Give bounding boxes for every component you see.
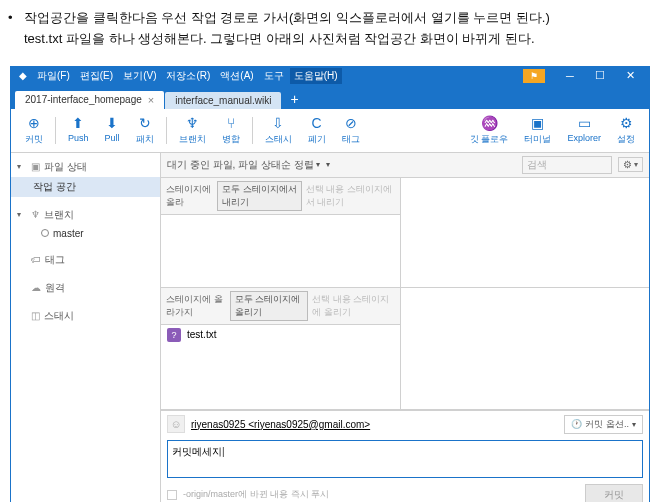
branch-button[interactable]: ♆브랜치 bbox=[171, 113, 214, 148]
menu-help[interactable]: 도움말(H) bbox=[290, 68, 342, 84]
chevron-down-icon: ▾ bbox=[634, 160, 638, 169]
minimize-button[interactable]: ─ bbox=[555, 67, 585, 85]
sort-dropdown[interactable]: 대기 중인 파일, 파일 상태순 정렬 bbox=[167, 158, 320, 172]
monitor-icon: ▣ bbox=[31, 161, 40, 172]
unstage-all-button[interactable]: 모두 스테이지에서 내리기 bbox=[217, 181, 302, 211]
intro-line1: 작업공간을 클릭한다음 우선 작업 경로로 가서(화면의 익스플로러에서 열기를… bbox=[24, 8, 661, 29]
chevron-down-icon: ▾ bbox=[17, 162, 27, 171]
push-immediately-checkbox[interactable] bbox=[167, 490, 177, 500]
commit-user[interactable]: riyenas0925 <riyenas0925@gmail.com> bbox=[191, 419, 370, 430]
repo-tabs: 2017-interface_homepage × interface_manu… bbox=[11, 85, 649, 109]
diff-pane-top bbox=[401, 178, 649, 287]
tab-label: 2017-interface_homepage bbox=[25, 94, 142, 105]
refresh-icon: ↻ bbox=[139, 115, 151, 131]
tab-label: interface_manual.wiki bbox=[175, 95, 271, 106]
menu-repo[interactable]: 저장소(R) bbox=[162, 68, 214, 84]
commit-submit-button[interactable]: 커밋 bbox=[585, 484, 643, 502]
staged-label: 스테이지에 올라 bbox=[166, 183, 213, 209]
diff-pane-bottom bbox=[401, 288, 649, 409]
circle-icon bbox=[41, 229, 49, 237]
tag-icon: 🏷 bbox=[31, 254, 41, 265]
unstaged-label: 스테이지에 올라가지 bbox=[166, 293, 226, 319]
stage-all-button[interactable]: 모두 스테이지에 올리기 bbox=[230, 291, 308, 321]
merge-button[interactable]: ⑂병합 bbox=[214, 113, 248, 148]
add-tab-button[interactable]: + bbox=[282, 89, 306, 109]
discard-icon: C bbox=[311, 115, 321, 131]
upload-icon: ⬆ bbox=[72, 115, 84, 131]
close-icon[interactable]: × bbox=[148, 94, 154, 106]
gear-icon: ⚙ bbox=[620, 115, 633, 131]
title-bar: 파일(F) 편집(E) 보기(V) 저장소(R) 액션(A) 도구 도움말(H)… bbox=[11, 67, 649, 85]
terminal-icon: ▣ bbox=[531, 115, 544, 131]
explorer-button[interactable]: ▭Explorer bbox=[559, 113, 609, 148]
file-name: test.txt bbox=[187, 329, 216, 340]
sidebar-tag-header[interactable]: 🏷태그 bbox=[11, 250, 160, 270]
stash-button[interactable]: ⇩스태시 bbox=[257, 113, 300, 148]
file-item[interactable]: ? test.txt bbox=[161, 325, 400, 345]
menu-action[interactable]: 액션(A) bbox=[216, 68, 257, 84]
maximize-button[interactable]: ☐ bbox=[585, 67, 615, 85]
stage-selected-button[interactable]: 선택 내용 스테이지에 올리기 bbox=[312, 293, 395, 319]
intro-line2: test.txt 파일을 하나 생성해본다. 그렇다면 아래의 사진처럼 작업공… bbox=[24, 29, 661, 50]
app-window: 파일(F) 편집(E) 보기(V) 저장소(R) 액션(A) 도구 도움말(H)… bbox=[10, 66, 650, 502]
commit-area: ☺ riyenas0925 <riyenas0925@gmail.com> 🕐커… bbox=[161, 410, 649, 502]
app-logo-icon bbox=[15, 68, 31, 84]
view-settings-button[interactable]: ⚙▾ bbox=[618, 157, 643, 172]
merge-icon: ⑂ bbox=[227, 115, 235, 131]
menu-tool[interactable]: 도구 bbox=[260, 68, 288, 84]
search-input[interactable]: 검색 bbox=[522, 156, 612, 174]
commit-button[interactable]: ⊕커밋 bbox=[17, 113, 51, 148]
branch-icon: ♆ bbox=[186, 115, 199, 131]
download-icon: ⬇ bbox=[106, 115, 118, 131]
push-button[interactable]: ⬆Push bbox=[60, 113, 97, 148]
menu-edit[interactable]: 편집(E) bbox=[76, 68, 117, 84]
flag-icon[interactable] bbox=[523, 69, 545, 83]
cloud-icon: ☁ bbox=[31, 282, 41, 293]
chevron-down-icon: ▾ bbox=[17, 210, 27, 219]
gitflow-icon: ♒ bbox=[481, 115, 498, 131]
main-toolbar: ⊕커밋 ⬆Push ⬇Pull ↻패치 ♆브랜치 ⑂병합 ⇩스태시 C폐기 ⊘태… bbox=[11, 109, 649, 153]
branch-icon: ♆ bbox=[31, 209, 40, 220]
gitflow-button[interactable]: ♒깃 플로우 bbox=[462, 113, 517, 148]
push-immediately-label: -origin/master에 바뀐 내용 즉시 푸시 bbox=[183, 488, 329, 501]
sidebar-branch-header[interactable]: ▾♆브랜치 bbox=[11, 205, 160, 225]
view-dropdown[interactable] bbox=[326, 160, 336, 169]
stash-icon: ⇩ bbox=[272, 115, 284, 131]
close-button[interactable]: ✕ bbox=[615, 67, 645, 85]
sidebar-filestatus-header[interactable]: ▾▣파일 상태 bbox=[11, 157, 160, 177]
tag-button[interactable]: ⊘태그 bbox=[334, 113, 368, 148]
unstaged-pane: 스테이지에 올라가지 모두 스테이지에 올리기 선택 내용 스테이지에 올리기 … bbox=[161, 288, 401, 409]
commit-message-input[interactable]: 커밋메세지 bbox=[167, 440, 643, 478]
sidebar: ▾▣파일 상태 작업 공간 ▾♆브랜치 master 🏷태그 ☁원격 ◫스태시 bbox=[11, 153, 161, 502]
pull-button[interactable]: ⬇Pull bbox=[97, 113, 128, 148]
terminal-button[interactable]: ▣터미널 bbox=[516, 113, 559, 148]
unstage-selected-button[interactable]: 선택 내용 스테이지에서 내리기 bbox=[306, 183, 395, 209]
sidebar-remote-header[interactable]: ☁원격 bbox=[11, 278, 160, 298]
tag-icon: ⊘ bbox=[345, 115, 357, 131]
sidebar-stash-header[interactable]: ◫스태시 bbox=[11, 306, 160, 326]
staged-pane: 스테이지에 올라 모두 스테이지에서 내리기 선택 내용 스테이지에서 내리기 bbox=[161, 178, 401, 287]
tab-repo-1[interactable]: 2017-interface_homepage × bbox=[15, 91, 164, 109]
commit-options-button[interactable]: 🕐커밋 옵션..▾ bbox=[564, 415, 643, 434]
sidebar-item-workspace[interactable]: 작업 공간 bbox=[11, 177, 160, 197]
avatar: ☺ bbox=[167, 415, 185, 433]
folder-icon: ▭ bbox=[578, 115, 591, 131]
gear-icon: ⚙ bbox=[623, 159, 632, 170]
sidebar-branch-master[interactable]: master bbox=[11, 225, 160, 242]
clock-icon: 🕐 bbox=[571, 419, 582, 429]
chevron-down-icon: ▾ bbox=[632, 420, 636, 429]
tab-repo-2[interactable]: interface_manual.wiki bbox=[165, 92, 281, 109]
plus-circle-icon: ⊕ bbox=[28, 115, 40, 131]
settings-button[interactable]: ⚙설정 bbox=[609, 113, 643, 148]
discard-button[interactable]: C폐기 bbox=[300, 113, 334, 148]
fetch-button[interactable]: ↻패치 bbox=[128, 113, 162, 148]
unknown-file-icon: ? bbox=[167, 328, 181, 342]
menu-file[interactable]: 파일(F) bbox=[33, 68, 74, 84]
stash-icon: ◫ bbox=[31, 310, 40, 321]
content-toolbar: 대기 중인 파일, 파일 상태순 정렬 검색 ⚙▾ bbox=[161, 153, 649, 178]
menu-view[interactable]: 보기(V) bbox=[119, 68, 160, 84]
